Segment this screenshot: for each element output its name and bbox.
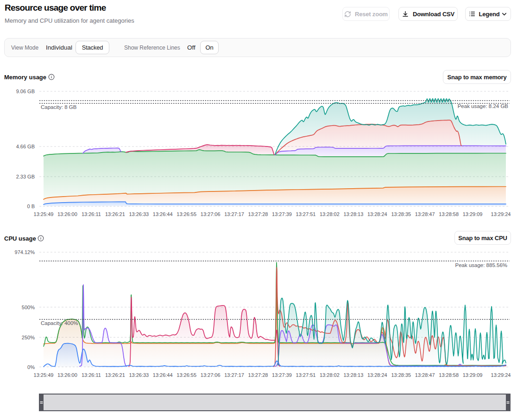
svg-text:13:28:24: 13:28:24 (367, 211, 387, 217)
svg-text:13:28:13: 13:28:13 (343, 372, 363, 378)
svg-text:13:28:02: 13:28:02 (320, 372, 340, 378)
svg-text:13:28:24: 13:28:24 (367, 372, 387, 378)
svg-text:13:26:21: 13:26:21 (105, 372, 125, 378)
svg-text:13:27:28: 13:27:28 (248, 372, 268, 378)
svg-text:13:26:55: 13:26:55 (177, 211, 196, 217)
svg-text:Capacity: 400%: Capacity: 400% (41, 320, 78, 326)
svg-text:500%: 500% (22, 305, 35, 310)
svg-text:13:29:09: 13:29:09 (463, 372, 483, 378)
svg-text:13:26:00: 13:26:00 (57, 372, 77, 378)
svg-text:13:27:28: 13:27:28 (248, 211, 268, 217)
svg-text:13:27:51: 13:27:51 (296, 211, 316, 217)
svg-text:13:29:24: 13:29:24 (491, 211, 511, 217)
svg-text:Capacity: 8 GB: Capacity: 8 GB (41, 104, 77, 110)
svg-text:13:28:13: 13:28:13 (343, 211, 363, 217)
svg-text:13:26:21: 13:26:21 (105, 211, 125, 217)
svg-text:13:26:44: 13:26:44 (153, 372, 173, 378)
svg-text:13:28:02: 13:28:02 (320, 211, 340, 217)
svg-text:13:28:58: 13:28:58 (439, 372, 459, 378)
svg-text:13:26:11: 13:26:11 (82, 211, 101, 217)
svg-text:13:27:51: 13:27:51 (296, 372, 316, 378)
svg-text:13:26:11: 13:26:11 (82, 372, 101, 378)
svg-text:13:26:00: 13:26:00 (57, 211, 77, 217)
svg-text:13:26:33: 13:26:33 (129, 372, 149, 378)
svg-text:Peak usage: 885.56%: Peak usage: 885.56% (455, 262, 507, 268)
svg-text:13:28:47: 13:28:47 (415, 211, 435, 217)
svg-text:13:25:49: 13:25:49 (34, 211, 54, 217)
svg-text:974.12%: 974.12% (15, 249, 35, 255)
svg-text:2.33 GB: 2.33 GB (16, 174, 35, 179)
svg-text:13:27:06: 13:27:06 (201, 211, 221, 217)
svg-text:13:27:17: 13:27:17 (224, 372, 244, 378)
svg-text:13:28:47: 13:28:47 (415, 372, 435, 378)
svg-text:0 B: 0 B (27, 204, 35, 209)
svg-text:13:29:09: 13:29:09 (463, 211, 483, 217)
svg-text:4.66 GB: 4.66 GB (16, 144, 35, 149)
svg-text:13:27:17: 13:27:17 (224, 211, 244, 217)
svg-text:13:28:35: 13:28:35 (391, 372, 411, 378)
svg-text:Peak usage: 8.24 GB: Peak usage: 8.24 GB (458, 103, 509, 109)
svg-text:13:25:49: 13:25:49 (34, 372, 54, 378)
svg-text:13:28:35: 13:28:35 (391, 211, 411, 217)
svg-text:13:27:39: 13:27:39 (272, 372, 292, 378)
svg-text:13:29:24: 13:29:24 (491, 372, 511, 378)
svg-text:13:26:44: 13:26:44 (153, 211, 173, 217)
svg-text:13:27:06: 13:27:06 (201, 372, 221, 378)
svg-text:250%: 250% (22, 335, 35, 340)
svg-text:13:26:55: 13:26:55 (177, 372, 196, 378)
svg-text:0%: 0% (27, 364, 35, 370)
svg-text:9.06 GB: 9.06 GB (16, 89, 35, 94)
svg-text:13:28:58: 13:28:58 (439, 211, 459, 217)
svg-text:13:27:39: 13:27:39 (272, 211, 292, 217)
svg-text:13:26:33: 13:26:33 (129, 211, 149, 217)
